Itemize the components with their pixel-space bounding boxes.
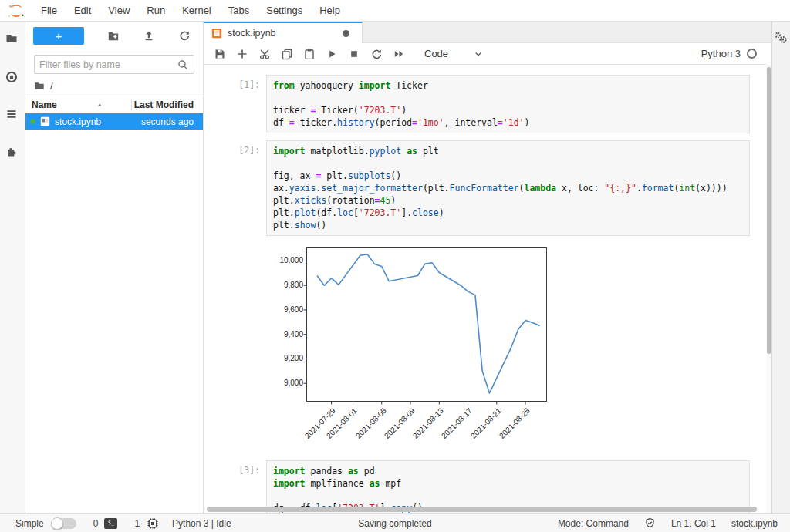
cell-editor[interactable]: import pandas as pdimport mplfinance as … [266, 460, 750, 513]
file-browser-panel: + / Name ▲ Last Modified stock.ipynb sec… [25, 22, 204, 513]
run-all-icon[interactable] [393, 48, 405, 60]
kernel-indicator[interactable]: Python 3 [701, 48, 766, 59]
menu-kernel[interactable]: Kernel [174, 0, 220, 21]
breadcrumb[interactable]: / [25, 74, 203, 96]
kernel-name: Python 3 [701, 48, 741, 59]
file-browser-toolbar: + [25, 22, 203, 49]
vertical-scrollbar[interactable] [766, 65, 771, 513]
file-list-header: Name ▲ Last Modified [25, 96, 203, 113]
column-divider [131, 99, 132, 110]
code-cell[interactable]: [1]:from yahooquery import Ticker ticker… [216, 75, 766, 133]
breadcrumb-root: / [50, 80, 53, 92]
y-tick-label: 9,800 [274, 281, 303, 290]
kernel-chip-icon[interactable] [147, 517, 159, 530]
code-cell[interactable]: [2]:import matplotlib.pyplot as plt fig,… [216, 140, 766, 236]
kernel-count: 1 [134, 518, 140, 529]
file-row-selected[interactable]: stock.ipynb seconds ago [25, 113, 203, 130]
extensions-icon[interactable] [5, 145, 19, 159]
main-area: stock.ipynb Code Python 3 [1]:from yahoo… [204, 22, 790, 513]
menu-run[interactable]: Run [138, 0, 174, 21]
tab-dirty-close-icon[interactable] [343, 30, 349, 37]
new-folder-icon[interactable] [107, 29, 120, 42]
paste-icon[interactable] [303, 48, 316, 60]
cursor-position[interactable]: Ln 1, Col 1 [671, 518, 716, 529]
restart-icon[interactable] [370, 48, 383, 60]
notebook-toolbar: Code Python 3 [204, 43, 766, 65]
horizontal-scrollbar[interactable] [207, 507, 762, 513]
notebook-scroll-area: [1]:from yahooquery import Ticker ticker… [204, 65, 766, 513]
cell-prompt: [2]: [216, 140, 260, 236]
tab-stock-ipynb[interactable]: stock.ipynb [204, 22, 363, 43]
file-modified: seconds ago [141, 116, 203, 127]
jupyter-logo-icon [6, 1, 26, 21]
column-name[interactable]: Name ▲ [25, 99, 131, 110]
terminal-icon[interactable]: $_ [104, 518, 117, 529]
add-cell-icon[interactable] [236, 48, 248, 60]
menu-file[interactable]: File [32, 0, 66, 21]
cell-prompt: [3]: [216, 460, 260, 513]
x-tick-label: 2021-08-21 [469, 406, 503, 440]
cell-type-value: Code [424, 48, 448, 59]
chevron-down-icon [473, 49, 484, 59]
kernel-status-text[interactable]: Python 3 | Idle [172, 518, 231, 529]
upload-icon[interactable] [143, 29, 155, 42]
folder-icon[interactable] [5, 32, 19, 46]
sort-ascending-icon: ▲ [97, 102, 103, 107]
cell-editor[interactable]: from yahooquery import Ticker ticker = T… [266, 75, 750, 133]
cell-prompt: [1]: [216, 75, 260, 133]
x-tick-label: 2021-08-05 [354, 406, 388, 440]
trusted-shield-icon [644, 517, 656, 529]
tab-title: stock.ipynb [228, 28, 276, 39]
filter-files-box [34, 55, 194, 74]
table-of-contents-icon[interactable] [5, 108, 19, 122]
activity-bar [0, 22, 25, 513]
right-sidebar-strip [771, 22, 790, 513]
menu-help[interactable]: Help [311, 0, 349, 21]
notebook-file-icon [40, 116, 50, 126]
y-tick-label: 10,000 [274, 256, 303, 265]
menu-edit[interactable]: Edit [66, 0, 100, 21]
filter-files-input[interactable] [39, 59, 177, 70]
file-name: stock.ipynb [55, 116, 141, 127]
run-icon[interactable] [326, 48, 338, 60]
kernel-idle-circle-icon [747, 49, 757, 59]
column-last-modified[interactable]: Last Modified [131, 99, 203, 110]
home-folder-icon[interactable] [34, 80, 45, 91]
save-icon[interactable] [214, 48, 226, 60]
status-bar: Simple 0 $_ 1 Python 3 | Idle Saving com… [0, 513, 790, 532]
matplotlib-line-chart-output: 10,0009,8009,6009,4009,2009,0002021-07-2… [274, 243, 552, 450]
stop-icon[interactable] [348, 48, 360, 60]
search-icon [177, 59, 189, 71]
y-tick-label: 9,200 [274, 354, 303, 363]
x-tick-label: 2021-08-17 [440, 406, 474, 440]
simple-mode-toggle[interactable] [52, 518, 76, 529]
command-mode-indicator[interactable]: Mode: Command [558, 518, 629, 529]
code-cell[interactable]: [3]:import pandas as pdimport mplfinance… [216, 460, 766, 513]
menu-bar: File Edit View Run Kernel Tabs Settings … [0, 0, 790, 22]
y-tick-label: 9,600 [274, 305, 303, 315]
refresh-icon[interactable] [178, 29, 191, 42]
menu-settings[interactable]: Settings [258, 0, 311, 21]
running-sessions-icon[interactable] [5, 71, 19, 85]
terminal-count: 0 [93, 518, 99, 529]
tab-bar: stock.ipynb [204, 22, 771, 43]
cell-type-dropdown[interactable]: Code [424, 48, 484, 59]
new-launcher-button[interactable]: + [33, 27, 84, 45]
property-inspector-gears-icon[interactable] [773, 31, 788, 45]
cell-editor[interactable]: import matplotlib.pyplot as plt fig, ax … [266, 140, 750, 236]
y-tick-label: 9,400 [274, 330, 303, 339]
cut-icon[interactable] [258, 48, 271, 60]
menu-tabs[interactable]: Tabs [220, 0, 258, 21]
kernel-running-dot [30, 119, 35, 124]
status-filename: stock.ipynb [731, 518, 778, 529]
simple-mode-label: Simple [15, 518, 44, 529]
menu-view[interactable]: View [100, 0, 138, 21]
notebook-tab-icon [211, 28, 222, 39]
copy-icon[interactable] [281, 48, 293, 60]
y-tick-label: 9,000 [274, 379, 303, 388]
